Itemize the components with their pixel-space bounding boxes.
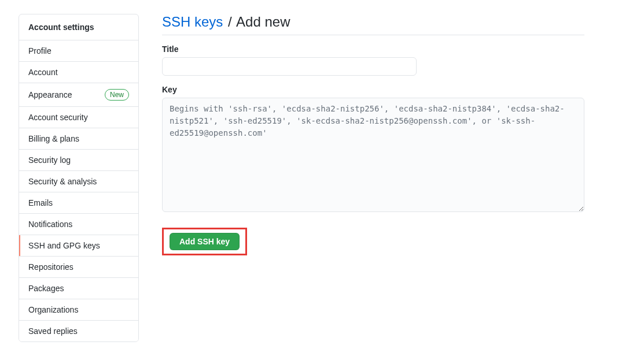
sidebar-item-organizations[interactable]: Organizations: [19, 299, 138, 321]
sidebar-item-label: Organizations: [28, 305, 78, 314]
sidebar-item-security-log[interactable]: Security log: [19, 150, 138, 171]
sidebar-item-appearance[interactable]: Appearance New: [19, 83, 138, 107]
sidebar-item-label: Saved replies: [28, 326, 78, 336]
sidebar-item-emails[interactable]: Emails: [19, 192, 138, 214]
sidebar-item-security-analysis[interactable]: Security & analysis: [19, 171, 138, 192]
title-input[interactable]: [162, 57, 417, 76]
sidebar-item-saved-replies[interactable]: Saved replies: [19, 321, 138, 341]
title-label: Title: [162, 44, 584, 54]
key-textarea[interactable]: [162, 98, 584, 212]
breadcrumb-current: Add new: [236, 14, 290, 29]
sidebar-item-label: Profile: [28, 46, 51, 55]
sidebar-item-packages[interactable]: Packages: [19, 278, 138, 299]
sidebar-header: Account settings: [19, 14, 138, 40]
sidebar-item-billing[interactable]: Billing & plans: [19, 128, 138, 150]
add-ssh-key-button[interactable]: Add SSH key: [170, 233, 240, 250]
form-group-key: Key: [162, 85, 584, 214]
main-content: SSH keys / Add new Title Key Add SSH key: [162, 14, 584, 342]
sidebar-item-label: Billing & plans: [28, 134, 79, 143]
sidebar-item-label: Security & analysis: [28, 177, 97, 186]
sidebar-item-label: Packages: [28, 284, 64, 293]
sidebar-item-ssh-gpg-keys[interactable]: SSH and GPG keys: [19, 235, 138, 257]
page-heading: SSH keys / Add new: [162, 14, 584, 35]
sidebar-item-profile[interactable]: Profile: [19, 40, 138, 62]
sidebar-item-label: Account: [28, 68, 58, 77]
breadcrumb-link-ssh-keys[interactable]: SSH keys: [162, 14, 223, 29]
annotation-highlight: Add SSH key: [162, 228, 247, 255]
sidebar-item-notifications[interactable]: Notifications: [19, 214, 138, 235]
settings-menu: Account settings Profile Account Appeara…: [19, 14, 139, 342]
settings-sidebar: Account settings Profile Account Appeara…: [19, 14, 139, 342]
breadcrumb-separator: /: [227, 14, 233, 29]
sidebar-item-label: Repositories: [28, 262, 73, 272]
form-group-title: Title: [162, 44, 584, 76]
sidebar-item-label: Account security: [28, 113, 88, 122]
sidebar-item-label: Notifications: [28, 220, 72, 229]
new-badge: New: [105, 89, 129, 101]
sidebar-item-label: Emails: [28, 198, 53, 207]
key-label: Key: [162, 85, 584, 94]
sidebar-item-label: Security log: [28, 155, 71, 165]
sidebar-item-account[interactable]: Account: [19, 62, 138, 83]
sidebar-item-label: SSH and GPG keys: [28, 241, 100, 250]
sidebar-item-account-security[interactable]: Account security: [19, 107, 138, 128]
sidebar-item-label: Appearance: [28, 90, 72, 99]
sidebar-item-repositories[interactable]: Repositories: [19, 257, 138, 278]
